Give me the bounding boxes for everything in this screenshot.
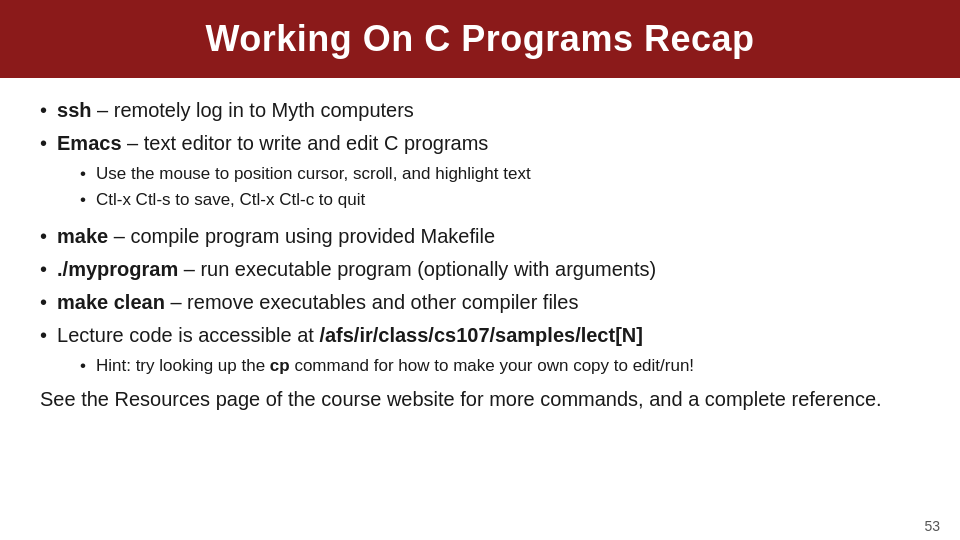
- bullet-make-clean-text: make clean – remove executables and othe…: [57, 288, 920, 317]
- slide: Working On C Programs Recap • ssh – remo…: [0, 0, 960, 540]
- bullet-lecture-code: • Lecture code is accessible at /afs/ir/…: [40, 321, 920, 350]
- emacs-keyword: Emacs: [57, 132, 122, 154]
- make-clean-description: – remove executables and other compiler …: [165, 291, 579, 313]
- bullet-myprogram: • ./myprogram – run executable program (…: [40, 255, 920, 284]
- bullet-emacs-text: Emacs – text editor to write and edit C …: [57, 129, 920, 158]
- bullet-dot: •: [40, 222, 47, 251]
- sub-dot: •: [80, 354, 86, 378]
- make-description: – compile program using provided Makefil…: [108, 225, 495, 247]
- bullet-myprogram-text: ./myprogram – run executable program (op…: [57, 255, 920, 284]
- bullet-dot: •: [40, 288, 47, 317]
- bullet-make-text: make – compile program using provided Ma…: [57, 222, 920, 251]
- sub-bullet-hint: • Hint: try looking up the cp command fo…: [40, 354, 920, 378]
- bullet-dot: •: [40, 96, 47, 125]
- ssh-description: – remotely log in to Myth computers: [91, 99, 413, 121]
- bullet-dot: •: [40, 129, 47, 158]
- sub-dot: •: [80, 162, 86, 186]
- lecture-code-path: /afs/ir/class/cs107/samples/lect[N]: [319, 324, 643, 346]
- bullet-make-clean: • make clean – remove executables and ot…: [40, 288, 920, 317]
- myprogram-description: – run executable program (optionally wit…: [178, 258, 656, 280]
- bullet-ssh: • ssh – remotely log in to Myth computer…: [40, 96, 920, 125]
- sub-dot: •: [80, 188, 86, 212]
- bullet-make: • make – compile program using provided …: [40, 222, 920, 251]
- bullet-lecture-code-text: Lecture code is accessible at /afs/ir/cl…: [57, 321, 920, 350]
- bullet-dot: •: [40, 321, 47, 350]
- sub-bullet-ctlx: • Ctl-x Ctl-s to save, Ctl-x Ctl-c to qu…: [40, 188, 920, 212]
- sub-bullet-mouse: • Use the mouse to position cursor, scro…: [40, 162, 920, 186]
- sub-bullet-mouse-text: Use the mouse to position cursor, scroll…: [96, 162, 531, 186]
- bullet-emacs: • Emacs – text editor to write and edit …: [40, 129, 920, 158]
- myprogram-keyword: ./myprogram: [57, 258, 178, 280]
- hint-prefix: Hint: try looking up the: [96, 356, 270, 375]
- lecture-code-prefix: Lecture code is accessible at: [57, 324, 319, 346]
- bottom-text: See the Resources page of the course web…: [40, 385, 920, 414]
- emacs-description: – text editor to write and edit C progra…: [122, 132, 489, 154]
- slide-header: Working On C Programs Recap: [0, 0, 960, 78]
- sub-bullet-ctlx-text: Ctl-x Ctl-s to save, Ctl-x Ctl-c to quit: [96, 188, 365, 212]
- hint-rest: command for how to make your own copy to…: [290, 356, 694, 375]
- sub-bullet-hint-text: Hint: try looking up the cp command for …: [96, 354, 694, 378]
- bullet-dot: •: [40, 255, 47, 284]
- make-keyword: make: [57, 225, 108, 247]
- slide-content: • ssh – remotely log in to Myth computer…: [0, 78, 960, 514]
- make-clean-keyword: make clean: [57, 291, 165, 313]
- page-number: 53: [0, 514, 960, 540]
- slide-title: Working On C Programs Recap: [30, 18, 930, 60]
- hint-cp-keyword: cp: [270, 356, 290, 375]
- bullet-ssh-text: ssh – remotely log in to Myth computers: [57, 96, 920, 125]
- emacs-sub-section: • Use the mouse to position cursor, scro…: [40, 162, 920, 214]
- ssh-keyword: ssh: [57, 99, 91, 121]
